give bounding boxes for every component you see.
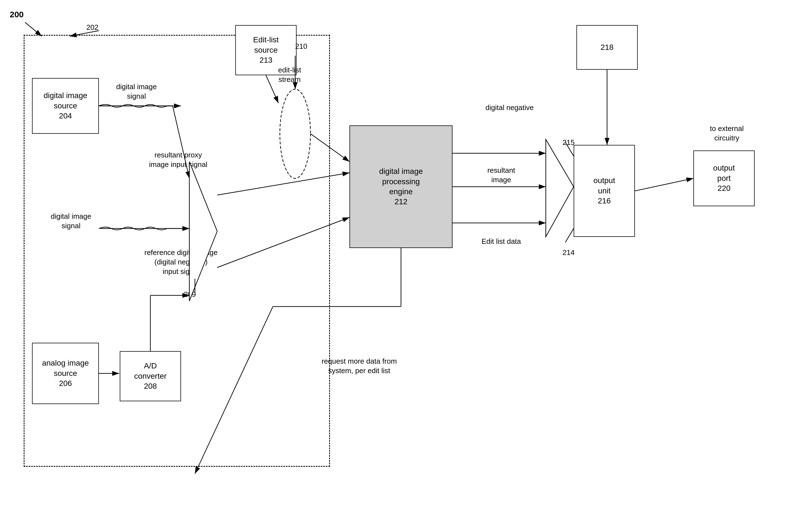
output-port-220: outputport220 (693, 150, 755, 206)
reference-digital-image-input-signal-label: reference digital image(digital negative… (134, 248, 228, 276)
request-more-data-label: request more data fromsystem, per edit l… (303, 357, 415, 376)
ref-210: 210 (295, 42, 307, 51)
ad-converter-208: A/Dconverter208 (120, 351, 181, 401)
patent-diagram: 200 202 digital imagesource204 digital i… (0, 0, 812, 525)
digital-image-signal-label-1: digital imagesignal (109, 82, 164, 101)
box-218: 218 (576, 25, 638, 70)
digital-negative-label: digital negative (473, 103, 546, 112)
resultant-image-label: resultantimage (473, 166, 529, 185)
resultant-proxy-image-input-signal-label: resultant proxyimage input signal (137, 150, 220, 169)
digital-image-processing-engine-212: digital imageprocessingengine212 (349, 125, 453, 248)
ref-215: 215 (562, 138, 575, 147)
ref-214: 214 (562, 248, 575, 257)
digital-image-source-204: digital imagesource204 (32, 78, 99, 134)
digital-image-signal-label-2: digital imagesignal (43, 212, 99, 231)
output-unit-216: outputunit216 (574, 145, 635, 237)
ref-209: 209 (184, 290, 196, 299)
svg-line-2 (25, 22, 42, 36)
ref-202: 202 (86, 23, 98, 32)
svg-line-29 (565, 228, 574, 242)
analog-image-source-206: analog imagesource206 (32, 343, 99, 404)
svg-marker-22 (546, 139, 574, 237)
diagram-number: 200 (10, 10, 24, 19)
to-external-circuitry-label: to externalcircuitry (693, 124, 760, 143)
svg-line-23 (635, 178, 693, 191)
edit-list-data-label: Edit list data (473, 237, 529, 246)
edit-list-stream-label: edit-liststream (267, 65, 312, 85)
